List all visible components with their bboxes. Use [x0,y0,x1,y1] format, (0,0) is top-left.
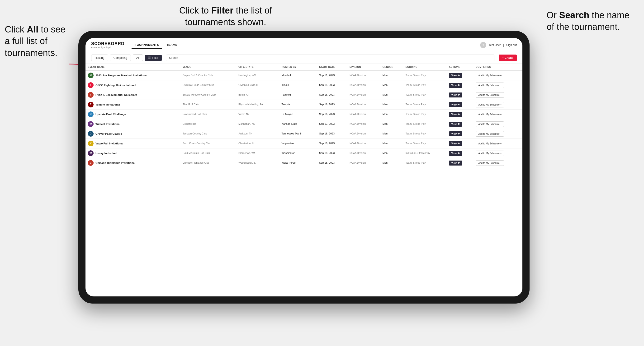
cell-hosted-by: Valparaiso [279,139,317,149]
table-row: M 2023 Joe Feaganes Marshall Invitationa… [86,70,522,80]
create-button[interactable]: + Create [499,54,517,61]
cell-division: NCAA Division I [347,80,380,90]
all-tab[interactable]: All [133,54,143,61]
eye-icon: 👁 [458,162,460,164]
cell-scoring: Team, Stroke Play [403,80,447,90]
view-button[interactable]: View 👁 [449,102,462,107]
cell-venue: Colbert Hills [180,119,236,129]
cell-competing: Add to My Schedule + [473,149,522,158]
cell-division: NCAA Division I [347,119,380,129]
cell-start-date: Sep 11, 2023 [317,70,347,80]
view-button[interactable]: View 👁 [449,83,462,88]
view-button[interactable]: View 👁 [449,92,462,97]
add-to-schedule-button[interactable]: Add to My Schedule + [476,73,504,78]
hosting-tab[interactable]: Hosting [91,54,108,61]
search-input[interactable] [166,54,495,61]
add-to-schedule-button[interactable]: Add to My Schedule + [476,102,504,107]
view-button[interactable]: View 👁 [449,141,462,146]
cell-start-date: Sep 18, 2023 [317,129,347,139]
cell-scoring: Team, Stroke Play [403,70,447,80]
view-button[interactable]: View 👁 [449,122,462,127]
event-title: OFCC Fighting Illini Invitational [96,83,136,87]
cell-hosted-by: Washington [279,149,317,158]
cell-division: NCAA Division I [347,149,380,158]
eye-icon: 👁 [458,74,460,77]
logo-area: SCOREBOARD Powered by clippd [91,41,124,49]
cell-division: NCAA Division I [347,90,380,100]
view-button[interactable]: View 👁 [449,112,462,117]
cell-city: Victor, NY [236,110,279,119]
cell-gender: Men [380,139,403,149]
team-icon: I [88,82,94,88]
cell-hosted-by: Temple [279,100,317,110]
cell-start-date: Sep 16, 2023 [317,110,347,119]
cell-city: Plymouth Meeting, PA [236,100,279,110]
cell-city: Westchester, IL [236,158,279,168]
cell-competing: Add to My Schedule + [473,100,522,110]
cell-event-name: W Husky Individual [86,149,180,158]
cell-hosted-by: Kansas State [279,119,317,129]
cell-start-date: Sep 15, 2023 [317,80,347,90]
col-gender: GENDER [380,64,403,70]
search-box [166,54,495,61]
add-to-schedule-button[interactable]: Add to My Schedule + [476,121,504,127]
col-division: DIVISION [347,64,380,70]
cell-scoring: Team, Stroke Play [403,129,447,139]
view-button[interactable]: View 👁 [449,161,462,166]
cell-city: Jackson, TN [236,129,279,139]
cell-venue: Sand Creek Country Club [180,139,236,149]
add-to-schedule-button[interactable]: Add to My Schedule + [476,131,504,137]
logo-sub: Powered by clippd [91,46,124,49]
pipe-separator: | [503,43,504,47]
cell-scoring: Team, Stroke Play [403,100,447,110]
col-event-name: EVENT NAME [86,64,180,70]
add-to-schedule-button[interactable]: Add to My Schedule + [476,160,504,166]
competing-tab[interactable]: Competing [110,54,131,61]
cell-event-name: G Grover Page Classic [86,129,180,139]
view-button[interactable]: View 👁 [449,131,462,136]
cell-start-date: Sep 16, 2023 [317,100,347,110]
table-header-row: EVENT NAME VENUE CITY, STATE HOSTED BY S… [86,64,522,70]
nav-tab-teams[interactable]: TEAMS [163,41,181,49]
add-to-schedule-button[interactable]: Add to My Schedule + [476,83,504,88]
filter-button[interactable]: ☰ Filter [145,55,162,61]
eye-icon: 👁 [458,84,460,87]
add-to-schedule-button[interactable]: Add to My Schedule + [476,141,504,146]
add-to-schedule-button[interactable]: Add to My Schedule + [476,112,504,117]
annotation-left: Click All to see a full list of tourname… [5,24,66,59]
cell-event-name: F Ryan T. Lee Memorial Collegiate [86,90,180,100]
event-title: Valpo Fall Invitational [96,142,124,145]
cell-event-name: M 2023 Joe Feaganes Marshall Invitationa… [86,70,180,80]
cell-actions: View 👁 [446,129,473,139]
view-button[interactable]: View 👁 [449,151,462,156]
cell-division: NCAA Division I [347,158,380,168]
cell-actions: View 👁 [446,90,473,100]
table-row: U Upstate Dual Challenge Ravenwood Golf … [86,110,522,119]
nav-tab-tournaments[interactable]: TOURNAMENTS [132,41,162,49]
team-icon: T [88,102,94,107]
table-row: V Valpo Fall Invitational Sand Creek Cou… [86,139,522,149]
add-to-schedule-button[interactable]: Add to My Schedule + [476,151,504,156]
cell-gender: Men [380,119,403,129]
cell-venue: Olympia Fields Country Club [180,80,236,90]
cell-venue: The 1912 Club [180,100,236,110]
cell-actions: View 👁 [446,110,473,119]
event-title: Wildcat Invitational [96,122,120,126]
cell-gender: Men [380,149,403,158]
cell-scoring: Team, Stroke Play [403,119,447,129]
team-icon: W [88,121,94,127]
event-title: 2023 Joe Feaganes Marshall Invitational [96,73,148,77]
cell-gender: Men [380,90,403,100]
cell-start-date: Sep 18, 2023 [317,158,347,168]
cell-scoring: Team, Stroke Play [403,110,447,119]
cell-city: Bremerton, WA [236,149,279,158]
sign-out-link[interactable]: Sign out [506,43,517,47]
col-hosted-by: HOSTED BY [279,64,317,70]
add-to-schedule-button[interactable]: Add to My Schedule + [476,92,504,98]
cell-venue: Shuttle Meadow Country Club [180,90,236,100]
col-scoring: SCORING [403,64,447,70]
view-button[interactable]: View 👁 [449,73,462,78]
user-name: Test User [489,43,501,47]
cell-venue: Ravenwood Golf Club [180,110,236,119]
cell-hosted-by: Tennessee-Martin [279,129,317,139]
